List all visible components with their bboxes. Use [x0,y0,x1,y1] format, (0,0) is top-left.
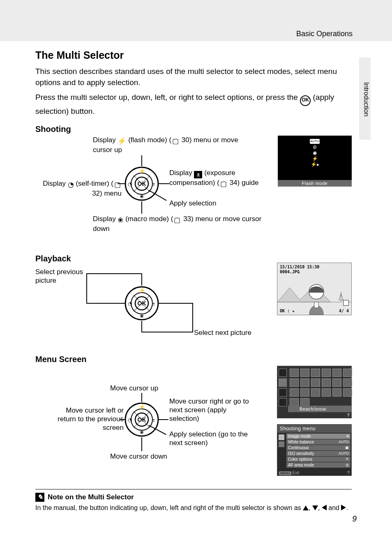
section-label: Basic Operations [296,30,353,38]
txt: In the manual, the button indicating up,… [35,504,303,511]
leader [159,183,169,184]
scene-icon [322,388,331,397]
menu-row-label: Image mode [288,434,311,438]
svg-rect-24 [314,302,318,308]
txt: Display [169,169,194,177]
book-icon: ▢ [114,180,121,189]
callout-move-left: Move cursor left or return to the previo… [52,406,124,432]
ok-icon: OK [300,95,311,106]
svg-text:⚡: ⚡ [139,287,145,293]
exit-text: Exit [293,471,300,475]
menu-row-value: ◎ [346,463,349,467]
leader [141,201,142,214]
redeye-icon: ◉ [313,150,317,155]
callout-apply-next-screen: Apply selection (go to the next screen) [169,430,256,448]
leader [86,303,125,304]
svg-text:❀: ❀ [140,313,144,319]
scene-icon [332,388,341,397]
ref: 30 [182,136,189,144]
scene-icon [311,378,320,387]
note-block: ✎ Note on the Multi Selector In the manu… [35,489,352,512]
callout-apply-selection: Apply selection [169,199,216,208]
callout-move-down: Move cursor down [110,452,167,461]
scene-icon [332,369,341,377]
scene-selected-label: Beach/snow [288,406,351,412]
heading-playback: Playback [35,254,352,263]
help-icon: ? [347,413,350,418]
txt: , [309,504,312,511]
tab-camera-icon [279,434,284,440]
menu-row-value: ⧉ [346,434,349,438]
shooting-menu-preview: Shooting menu Image mode⧉ White balanceA… [277,424,352,476]
playback-frame-count: 4/ 4 [339,309,349,313]
tab-setup-icon [279,441,284,447]
playback-preview: 15/11/2010 15:30 0004.JPG OK : ★ 4/ 4 [277,263,352,315]
tab-smile-icon [279,388,287,397]
page-number: 9 [352,514,357,524]
scene-menu-preview: Beach/snow ? [277,366,352,418]
menu-row-value: AUTO [339,451,349,455]
menu-row-label: ISO sensitivity [288,451,314,456]
scene-icon [290,378,299,387]
book-icon: ▢ [220,180,227,188]
triangle-left-icon [322,505,327,510]
menu-row: Continuous▣ [286,445,350,450]
leader [141,393,142,402]
svg-text:±: ± [152,301,155,306]
exposure-compensation-icon: ± [194,171,202,178]
playback-filename: 0004.JPG [280,270,300,274]
menu-row-value: ✕ [346,457,349,461]
menu-row-label: Continuous [288,445,309,450]
leader [86,273,142,274]
svg-text:◔: ◔ [128,181,132,187]
svg-text:±: ± [152,418,155,422]
scene-icon [290,369,299,377]
intro-paragraph-2: Press the multi selector up, down, left,… [35,92,352,117]
scene-icon [311,369,320,377]
svg-text:⚡: ⚡ [139,404,145,410]
shooting-menu-title: Shooting menu [277,425,351,433]
callout-move-up: Move cursor up [110,384,158,392]
txt: Display [43,180,67,187]
txt: ) menu [100,189,122,197]
leader [141,321,142,332]
ref: 32 [92,189,100,197]
callout-select-next: Select next picture [194,328,251,337]
heading-menu-screen: Menu Screen [35,355,352,364]
flash-mode-preview: AUTO ⊘ ◉ ⚡ ⚡▸ Flash mode [278,136,352,187]
leader [141,437,142,451]
scene-icon [322,378,331,387]
macro-icon: ❀ [118,216,123,224]
book-icon: ▢ [172,137,179,145]
txt: and [327,504,341,511]
side-tab-label: Introduction [362,82,370,117]
scene-icon [332,378,341,387]
intro2-pre: Press the multi selector up, down, left,… [35,93,300,102]
scene-icon [343,369,352,377]
menu-button-icon: MENU [279,471,291,475]
book-icon: ▢ [174,216,180,224]
menu-row: ISO sensitivityAUTO [286,451,350,456]
txt: , [318,504,322,511]
scene-icon [300,378,309,387]
scene-icon [290,398,299,406]
flash-auto-chip: AUTO [310,139,320,144]
leader [141,273,142,286]
menu-row: Image mode⧉ [286,434,350,439]
tab-scene-icon [279,378,287,387]
svg-text:❀: ❀ [140,429,144,435]
callout-select-previous: Select previous picture [35,268,97,285]
leader [86,273,87,304]
svg-text:❀: ❀ [140,194,144,199]
scene-icon [300,398,309,406]
leader [118,183,125,184]
multi-selector-dial: OK ⚡ ❀ ◔ ± [124,166,159,203]
intro-paragraph-1: This section describes standard uses of … [35,66,352,88]
self-timer-icon: ◔ [68,180,74,189]
menu-exit-label: MENUExit [279,471,299,475]
flash-icon: ⚡ [118,137,126,145]
txt: Display [93,136,118,144]
scene-icon [290,388,299,397]
callout-shooting-up: Display ⚡ (flash mode) (▢ 30) menu or mo… [93,136,257,155]
menu-row-value: AUTO [339,440,349,444]
